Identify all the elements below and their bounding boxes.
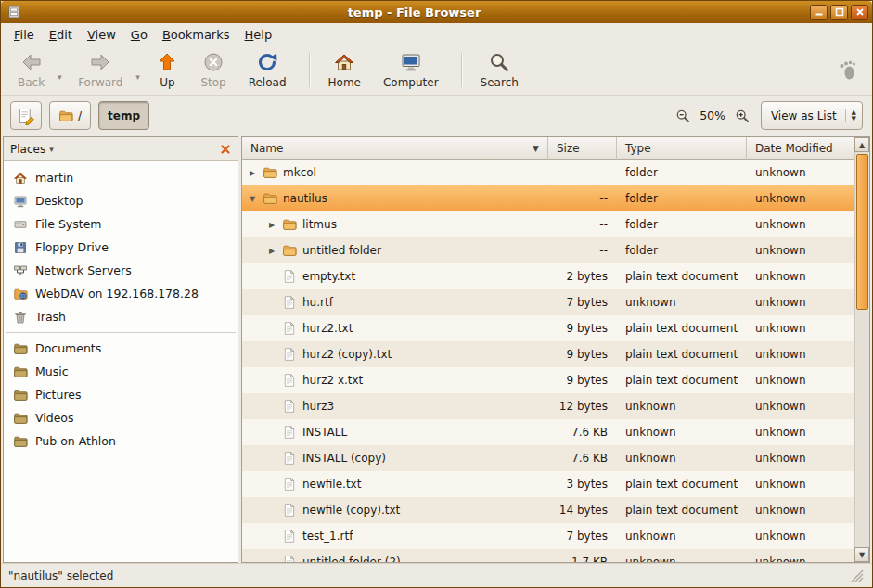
scrollbar-thumb[interactable] bbox=[856, 154, 868, 310]
chevron-down-icon[interactable]: ▾ bbox=[54, 59, 65, 82]
expander-expanded-icon[interactable]: ▼ bbox=[246, 195, 259, 203]
cell-size: 9 bytes bbox=[548, 315, 617, 341]
minimize-button[interactable] bbox=[810, 5, 828, 20]
toolbar-button-label: Up bbox=[160, 76, 174, 89]
file-row[interactable]: empty.txt2 bytesplain text documentunkno… bbox=[242, 263, 854, 289]
path-button-current[interactable]: temp bbox=[98, 101, 149, 130]
toolbar-back-button[interactable]: Back bbox=[8, 48, 54, 92]
close-button[interactable] bbox=[851, 5, 868, 20]
cell-name: ▶untitled folder bbox=[242, 237, 548, 263]
vertical-scrollbar[interactable]: ▲ ▼ bbox=[854, 137, 869, 562]
sidebar-item-webdav-on-192-168-178-28[interactable]: WebDAV on 192.168.178.28 bbox=[4, 282, 238, 305]
scrollbar-trough[interactable] bbox=[854, 152, 869, 547]
view-mode-select[interactable]: View as List ▲▼ bbox=[761, 101, 863, 130]
toolbar-home-button[interactable]: Home bbox=[319, 48, 370, 92]
places-list: martinDesktopFile SystemFloppy DriveNetw… bbox=[4, 161, 238, 562]
cell-type: unknown bbox=[617, 419, 747, 445]
column-label: Name bbox=[250, 142, 283, 155]
sidebar-item-desktop[interactable]: Desktop bbox=[4, 189, 238, 212]
toolbar-stop-button[interactable]: Stop bbox=[191, 48, 235, 92]
path-button-root[interactable]: / bbox=[49, 101, 91, 130]
file-name: hurz2.txt bbox=[301, 322, 353, 335]
toolbar-button-label: Home bbox=[328, 76, 361, 89]
toolbar-computer-button[interactable]: Computer bbox=[374, 48, 448, 92]
expander-collapsed-icon[interactable]: ▶ bbox=[265, 221, 278, 229]
cell-name: empty.txt bbox=[242, 263, 548, 289]
folder-icon bbox=[263, 165, 277, 180]
file-row[interactable]: test_1.rtf7 bytesunknownunknown bbox=[242, 523, 854, 549]
cell-size: 3 bytes bbox=[548, 471, 617, 497]
file-row[interactable]: hurz2.txt9 bytesplain text documentunkno… bbox=[242, 315, 854, 341]
file-name: untitled folder bbox=[301, 244, 381, 257]
column-header-size[interactable]: Size bbox=[548, 137, 617, 160]
cell-date: unknown bbox=[747, 471, 854, 497]
menu-edit[interactable]: Edit bbox=[42, 25, 80, 45]
spinner-arrows-icon[interactable]: ▲▼ bbox=[845, 109, 856, 122]
scroll-up-button[interactable]: ▲ bbox=[854, 137, 869, 152]
column-header-type[interactable]: Type bbox=[617, 137, 747, 160]
file-row[interactable]: ▶litmus--folderunknown bbox=[242, 211, 854, 237]
text-file-icon bbox=[282, 529, 297, 543]
resize-grip[interactable] bbox=[851, 569, 864, 582]
file-row[interactable]: INSTALL (copy)7.6 KBunknownunknown bbox=[242, 445, 854, 471]
zoom-out-icon[interactable] bbox=[675, 109, 690, 123]
cell-type: plain text document bbox=[617, 341, 747, 367]
expander-collapsed-icon[interactable]: ▶ bbox=[246, 169, 259, 177]
cell-type: unknown bbox=[617, 549, 747, 562]
sidebar-item-label: WebDAV on 192.168.178.28 bbox=[35, 287, 199, 300]
menu-bookmarks[interactable]: Bookmarks bbox=[155, 25, 238, 45]
file-name: test_1.rtf bbox=[301, 530, 353, 543]
file-row[interactable]: INSTALL7.6 KBunknownunknown bbox=[242, 419, 854, 445]
trash-icon bbox=[13, 310, 28, 325]
sidebar-item-music[interactable]: Music bbox=[4, 360, 238, 383]
file-row[interactable]: ▶untitled folder--folderunknown bbox=[242, 237, 854, 263]
toolbar-reload-button[interactable]: Reload bbox=[239, 48, 296, 92]
menu-help[interactable]: Help bbox=[238, 25, 280, 45]
sidebar-item-martin[interactable]: martin bbox=[4, 166, 238, 189]
toolbar-up-button[interactable]: Up bbox=[147, 48, 187, 92]
file-name: newfile (copy).txt bbox=[301, 504, 400, 517]
toolbar: Back▾Forward▾UpStopReloadHomeComputerSea… bbox=[1, 45, 872, 96]
stop-icon bbox=[202, 51, 225, 73]
close-sidebar-icon[interactable] bbox=[220, 144, 231, 155]
sidebar-item-file-system[interactable]: File System bbox=[4, 212, 238, 236]
sidebar-item-pub-on-athlon[interactable]: Pub on Athlon bbox=[4, 429, 238, 453]
file-row[interactable]: newfile.txt3 bytesplain text documentunk… bbox=[242, 471, 854, 497]
column-header-name[interactable]: Name▼ bbox=[242, 137, 548, 160]
file-row[interactable]: untitled folder (2)1.7 KBunknownunknown bbox=[242, 549, 854, 562]
file-row[interactable]: ▼nautilus--folderunknown bbox=[242, 185, 854, 211]
zoom-in-icon[interactable] bbox=[735, 109, 750, 123]
maximize-button[interactable] bbox=[830, 5, 848, 20]
sidebar-item-trash[interactable]: Trash bbox=[4, 305, 238, 328]
file-row[interactable]: newfile (copy).txt14 bytesplain text doc… bbox=[242, 497, 854, 523]
sidebar-item-network-servers[interactable]: Network Servers bbox=[4, 259, 238, 282]
places-header: Places ▾ bbox=[4, 137, 238, 161]
file-row[interactable]: hu.rtf7 bytesunknownunknown bbox=[242, 289, 854, 315]
chevron-down-icon[interactable]: ▾ bbox=[132, 59, 143, 82]
file-row[interactable]: hurz312 bytesunknownunknown bbox=[242, 393, 854, 419]
sidebar-item-videos[interactable]: Videos bbox=[4, 406, 238, 429]
places-title[interactable]: Places bbox=[10, 143, 45, 156]
cell-size: 9 bytes bbox=[548, 367, 617, 393]
sidebar-item-label: martin bbox=[35, 171, 73, 185]
file-row[interactable]: hurz2 (copy).txt9 bytesplain text docume… bbox=[242, 341, 854, 367]
menu-view[interactable]: View bbox=[80, 25, 123, 45]
menu-file[interactable]: File bbox=[6, 25, 42, 45]
toolbar-button-label: Search bbox=[481, 76, 519, 89]
toggle-location-entry-button[interactable] bbox=[10, 101, 42, 130]
cell-size: 2 bytes bbox=[548, 263, 617, 289]
scroll-down-button[interactable]: ▼ bbox=[854, 547, 869, 562]
file-row[interactable]: hurz2 x.txt9 bytesplain text documentunk… bbox=[242, 367, 854, 393]
toolbar-search-button[interactable]: Search bbox=[471, 48, 528, 92]
menu-go[interactable]: Go bbox=[123, 25, 155, 45]
places-dropdown-icon[interactable]: ▾ bbox=[49, 145, 54, 154]
file-row[interactable]: ▶mkcol--folderunknown bbox=[242, 160, 854, 185]
sidebar-item-pictures[interactable]: Pictures bbox=[4, 383, 238, 406]
sidebar-item-documents[interactable]: Documents bbox=[4, 337, 238, 360]
sidebar-item-floppy-drive[interactable]: Floppy Drive bbox=[4, 236, 238, 259]
toolbar-forward-button[interactable]: Forward bbox=[69, 48, 132, 92]
expander-collapsed-icon[interactable]: ▶ bbox=[265, 247, 278, 255]
column-label: Type bbox=[625, 142, 651, 155]
titlebar[interactable]: temp - File Browser bbox=[1, 1, 872, 23]
column-header-date-modified[interactable]: Date Modified bbox=[747, 137, 854, 160]
